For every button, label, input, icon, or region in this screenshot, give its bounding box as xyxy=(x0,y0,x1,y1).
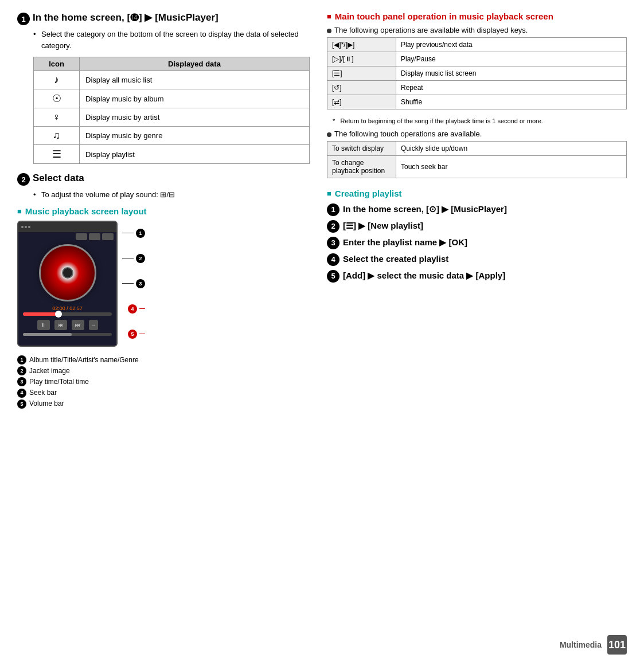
step2-bullet1: To adjust the volume of play sound: ⊞/⊟ xyxy=(33,189,310,201)
creating-steps: 1 In the home screen, [⊙] ▶ [MusicPlayer… xyxy=(327,203,627,283)
touch-table-row: [⇄] Shuffle xyxy=(327,95,627,109)
top-bar-dots xyxy=(21,226,30,228)
touch-table-row: [◀]*/[▶] Play previous/next data xyxy=(327,38,627,52)
volume-bar-track xyxy=(23,333,112,336)
creating-step: 1 In the home screen, [⊙] ▶ [MusicPlayer… xyxy=(327,203,627,216)
ctrl-extra: ↔ xyxy=(89,320,98,330)
dot3 xyxy=(28,226,30,228)
volume-bar-fill xyxy=(23,333,72,336)
creating-step: 2 [☰] ▶ [New playlist] xyxy=(327,220,627,233)
icon-table-row: ♀ Display music by artist xyxy=(34,108,310,127)
footnote: * Return to beginning of the song if the… xyxy=(333,116,627,126)
line5 xyxy=(139,334,145,334)
ops-table: To switch display Quickly slide up/down … xyxy=(327,141,627,178)
label2-area xyxy=(39,244,96,301)
key-cell: [⇄] xyxy=(327,95,396,109)
bullet-dot2 xyxy=(327,132,331,137)
num-badge-1: 1 xyxy=(136,229,145,238)
creating-heading: Creating playlist xyxy=(327,189,627,198)
label-line-1: 1 xyxy=(122,229,145,238)
ops-table-row: To switch display Quickly slide up/down xyxy=(327,141,627,155)
dot2 xyxy=(25,226,27,228)
creating-step-text: [Add] ▶ select the music data ▶ [Apply] xyxy=(343,269,505,281)
annotation-text: Jacket image xyxy=(29,366,70,377)
bullet-dot1 xyxy=(327,29,331,33)
right-column: Main touch panel operation in music play… xyxy=(327,11,627,409)
creating-step-num: 4 xyxy=(327,253,339,266)
album-art xyxy=(39,244,96,301)
icon-cell: ☰ xyxy=(34,145,80,164)
step1-circle: 1 xyxy=(17,13,30,25)
key-cell: [▷]/[⏸] xyxy=(327,52,396,66)
touch-panel-heading: Main touch panel operation in music play… xyxy=(327,11,627,21)
annotation-text: Volume bar xyxy=(29,398,64,409)
step2-bullets: To adjust the volume of play sound: ⊞/⊟ xyxy=(33,189,310,201)
creating-step-text: Select the created playlist xyxy=(343,253,448,265)
touch-table-row: [▷]/[⏸] Play/Pause xyxy=(327,52,627,66)
icon-cell: ♀ xyxy=(34,108,80,127)
ops-desc-cell: Touch seek bar xyxy=(396,155,627,178)
creating-step-text: [☰] ▶ [New playlist] xyxy=(343,220,423,232)
line1 xyxy=(122,233,134,233)
num-badge-4: 4 xyxy=(128,304,137,314)
ops-action-cell: To change playback position xyxy=(327,155,396,178)
page-footer: Multimedia 101 xyxy=(560,635,627,655)
player-top-bar xyxy=(18,222,116,232)
num-badge-3: 3 xyxy=(136,279,145,288)
annotation-item: 5 Volume bar xyxy=(17,398,310,409)
player-controls: ⏸ ⏮ ⏭ ↔ xyxy=(18,318,116,332)
annotation-text: Play time/Total time xyxy=(29,377,89,387)
ctrl-next: ⏭ xyxy=(72,320,84,330)
action-cell: Play/Pause xyxy=(396,52,627,66)
icon-table-col1: Icon xyxy=(34,57,80,71)
seek-bar-thumb xyxy=(55,311,62,318)
creating-step: 3 Enter the playlist name ▶ [OK] xyxy=(327,236,627,249)
touch-table-row: [☰] Display music list screen xyxy=(327,66,627,81)
display-cell: Display all music list xyxy=(80,71,310,89)
step2-title: Select data xyxy=(33,172,84,185)
volume-bar-area xyxy=(18,332,116,338)
label-line-5: 5 xyxy=(122,330,145,339)
ops-desc-cell: Quickly slide up/down xyxy=(396,141,627,155)
step2-circle: 2 xyxy=(17,173,30,186)
player-screen: 1 02:00 / 02:57 xyxy=(17,221,118,347)
key-cell: [☰] xyxy=(327,66,396,81)
annotation-item: 4 Seek bar xyxy=(17,387,310,398)
icons-row xyxy=(18,232,116,241)
creating-step-text: Enter the playlist name ▶ [OK] xyxy=(343,236,467,248)
footnote-text: Return to beginning of the song if the p… xyxy=(340,117,542,124)
icon-table-row: ♫ Display music by genre xyxy=(34,127,310,145)
icon-table-col2: Displayed data xyxy=(80,57,310,71)
step1-header: 1 In the home screen, [⓮] ▶ [MusicPlayer… xyxy=(17,11,310,25)
icon-table-row: ♪ Display all music list xyxy=(34,71,310,89)
ctrl-prev: ⏮ xyxy=(54,320,67,330)
page-container: 1 In the home screen, [⓮] ▶ [MusicPlayer… xyxy=(17,11,627,409)
pointer-labels: 1 2 3 4 5 xyxy=(122,221,145,347)
touch-table-row: [↺] Repeat xyxy=(327,81,627,95)
player-annotations: 1 Album title/Title/Artist's name/Genre … xyxy=(17,355,310,410)
line4 xyxy=(139,308,145,309)
icon-cell: ☉ xyxy=(34,89,80,108)
action-cell: Shuffle xyxy=(396,95,627,109)
touch-bullet1: The following operations are available w… xyxy=(327,26,627,34)
annotation-num: 4 xyxy=(17,389,26,398)
num-badge-5: 5 xyxy=(128,330,137,339)
annotation-item: 1 Album title/Title/Artist's name/Genre xyxy=(17,355,310,366)
mini-icon1 xyxy=(76,233,87,240)
creating-step-num: 2 xyxy=(327,220,339,233)
seek-bar-track xyxy=(23,312,112,316)
icon-cell: ♪ xyxy=(34,71,80,89)
icon-table: Icon Displayed data ♪ Display all music … xyxy=(33,57,310,164)
creating-step-num: 5 xyxy=(327,270,339,283)
icon-table-row: ☰ Display playlist xyxy=(34,145,310,164)
mini-icon3 xyxy=(102,233,114,240)
album-art-inner xyxy=(62,267,73,279)
line3 xyxy=(122,283,134,284)
seek-bar-area xyxy=(18,312,116,316)
label-line-3: 3 xyxy=(122,279,145,288)
annotation-num: 1 xyxy=(17,355,26,365)
creating-step-num: 1 xyxy=(327,203,339,216)
action-cell: Play previous/next data xyxy=(396,38,627,52)
icon-cell: ♫ xyxy=(34,127,80,145)
annotation-num: 2 xyxy=(17,366,26,375)
